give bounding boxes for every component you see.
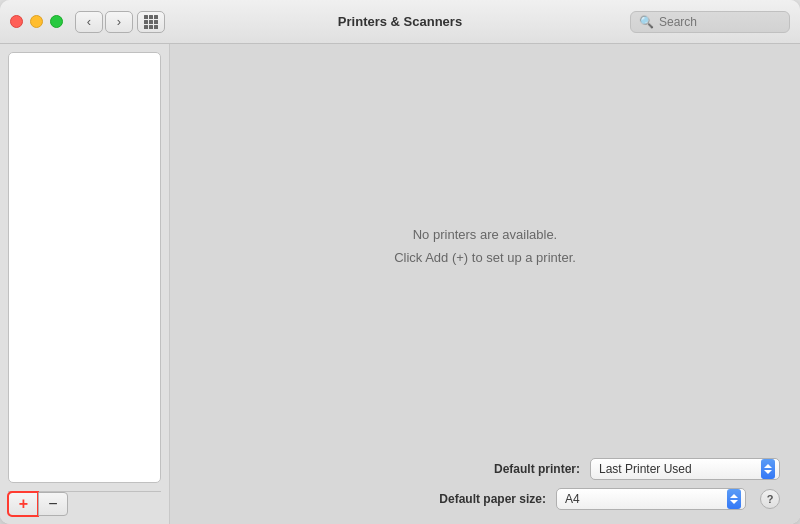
nav-buttons: ‹ › [75, 11, 133, 33]
close-button[interactable] [10, 15, 23, 28]
minimize-button[interactable] [30, 15, 43, 28]
forward-button[interactable]: › [105, 11, 133, 33]
printer-list [8, 52, 161, 483]
sidebar: + − [0, 44, 170, 524]
grid-icon [144, 15, 158, 29]
window: ‹ › Printers & Scanners 🔍 + [0, 0, 800, 524]
search-icon: 🔍 [639, 15, 654, 29]
default-printer-select-wrapper: Last Printer Used [590, 458, 780, 480]
default-printer-label: Default printer: [494, 462, 580, 476]
default-printer-select[interactable]: Last Printer Used [590, 458, 780, 480]
back-button[interactable]: ‹ [75, 11, 103, 33]
search-bar[interactable]: 🔍 [630, 11, 790, 33]
default-paper-label: Default paper size: [439, 492, 546, 506]
default-paper-row: Default paper size: A4 ? [190, 488, 780, 510]
add-icon: + [19, 495, 28, 513]
empty-message: No printers are available. Click Add (+)… [394, 223, 576, 270]
remove-icon: − [48, 495, 57, 513]
sidebar-toolbar: + − [8, 491, 161, 516]
help-button[interactable]: ? [760, 489, 780, 509]
main-panel: No printers are available. Click Add (+)… [170, 44, 800, 524]
traffic-lights [10, 15, 63, 28]
back-icon: ‹ [87, 14, 91, 29]
empty-line2: Click Add (+) to set up a printer. [394, 246, 576, 269]
search-input[interactable] [659, 15, 781, 29]
remove-printer-button[interactable]: − [38, 492, 68, 516]
bottom-settings: Default printer: Last Printer Used Defau… [170, 448, 800, 524]
maximize-button[interactable] [50, 15, 63, 28]
add-printer-button[interactable]: + [8, 492, 38, 516]
content-area: + − No printers are available. Click Add… [0, 44, 800, 524]
empty-line1: No printers are available. [394, 223, 576, 246]
default-printer-row: Default printer: Last Printer Used [190, 458, 780, 480]
default-paper-select[interactable]: A4 [556, 488, 746, 510]
empty-state: No printers are available. Click Add (+)… [170, 44, 800, 448]
titlebar: ‹ › Printers & Scanners 🔍 [0, 0, 800, 44]
window-title: Printers & Scanners [338, 14, 462, 29]
default-paper-select-wrapper: A4 [556, 488, 746, 510]
forward-icon: › [117, 14, 121, 29]
help-icon: ? [767, 493, 774, 505]
grid-view-button[interactable] [137, 11, 165, 33]
